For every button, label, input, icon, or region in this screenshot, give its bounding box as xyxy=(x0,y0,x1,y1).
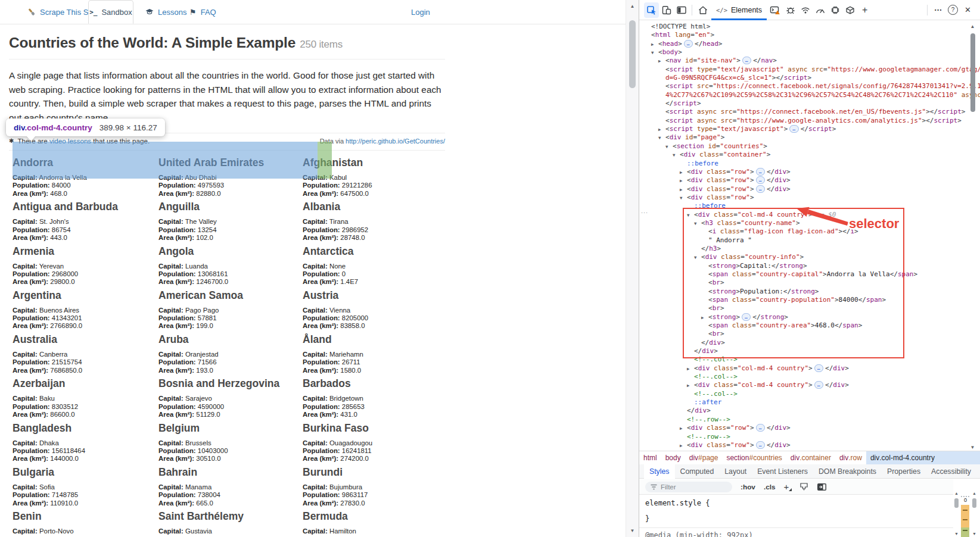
network-wifi-button[interactable] xyxy=(798,2,813,18)
dom-tree-node[interactable]: ▼<div class="col-md-4 country"> == $0 xyxy=(639,211,980,219)
dom-tree-node[interactable]: <!--.col--> xyxy=(639,355,980,364)
help-button[interactable]: ? xyxy=(945,2,960,18)
dom-tree-node[interactable]: ▼<h3 class="country-name"> xyxy=(639,219,980,227)
expand-arrow-icon[interactable]: ▶ xyxy=(680,186,683,194)
expand-arrow-icon[interactable]: ▶ xyxy=(680,168,683,177)
pane-tab-dom-breakpoints[interactable]: DOM Breakpoints xyxy=(813,464,882,479)
dom-tree-node[interactable]: </script> xyxy=(639,99,980,108)
dom-tree-node[interactable]: ▶<head>…</head> xyxy=(639,40,980,48)
inline-expand-ellipsis[interactable]: … xyxy=(756,424,765,432)
inline-expand-ellipsis[interactable]: … xyxy=(814,381,823,389)
dom-tree-node[interactable]: </div> xyxy=(639,339,980,347)
more-options-button[interactable]: ⋯ xyxy=(931,2,945,18)
dom-tree-node[interactable]: ::before xyxy=(639,202,980,210)
collapse-arrow-icon[interactable]: ▼ xyxy=(680,194,683,202)
scroll-up-arrow-icon[interactable]: ▲ xyxy=(626,4,639,9)
pane-tab-computed[interactable]: Computed xyxy=(675,464,720,479)
scrollbar-thumb[interactable] xyxy=(972,498,976,508)
dom-tree-scrollbar[interactable]: ▲ ▼ xyxy=(968,24,977,450)
collapse-arrow-icon[interactable]: ▼ xyxy=(658,134,661,142)
add-panel-button[interactable]: + xyxy=(857,2,872,18)
collapse-arrow-icon[interactable]: ▼ xyxy=(687,211,690,220)
memory-chip-button[interactable] xyxy=(827,2,842,18)
inline-expand-ellipsis[interactable]: … xyxy=(756,168,765,176)
application-storage-button[interactable] xyxy=(842,2,857,18)
breadcrumb-item[interactable]: section#countries xyxy=(722,451,786,464)
dom-tree-node[interactable]: </div> xyxy=(639,347,980,355)
dom-tree-node[interactable]: <strong>Population:</strong> xyxy=(639,288,980,296)
close-devtools-button[interactable]: ✕ xyxy=(960,2,975,18)
scroll-down-arrow-icon[interactable]: ▼ xyxy=(968,445,977,450)
expand-arrow-icon[interactable]: ▶ xyxy=(687,365,690,373)
breadcrumb-item-selected[interactable]: div.col-md-4.country xyxy=(866,451,980,464)
dom-tree-node[interactable]: ▼<div id="page"> xyxy=(639,133,980,142)
expand-arrow-icon[interactable]: ▶ xyxy=(680,442,683,450)
scroll-down-arrow-icon[interactable]: ▼ xyxy=(953,532,960,536)
scroll-up-arrow-icon[interactable]: ▲ xyxy=(970,491,978,495)
dom-tree-node[interactable]: <script async src="https://connect.faceb… xyxy=(639,108,980,116)
pane-tab-styles[interactable]: Styles xyxy=(644,464,675,479)
issues-bug-button[interactable] xyxy=(783,2,798,18)
inline-expand-ellipsis[interactable]: … xyxy=(742,57,751,64)
dom-tree-node[interactable]: <br> xyxy=(639,279,980,287)
dom-tree-node[interactable]: ::before xyxy=(639,160,980,168)
dom-tree-node[interactable]: 4%2C77%2C67%2C109%2C59%2C58%2C31%2C96%2C… xyxy=(639,91,980,99)
dom-tree-node[interactable]: <!--.row--> xyxy=(639,416,980,424)
expand-arrow-icon[interactable]: ▶ xyxy=(658,57,661,65)
dom-tree-node[interactable]: <script src="https://connect.facebook.ne… xyxy=(639,82,980,90)
pane-tab-accessibility[interactable]: Accessibility xyxy=(926,464,976,479)
nav-faq-link[interactable]: ⚑ FAQ xyxy=(189,0,216,24)
dom-tree-node[interactable]: ▶<div class="row">…</div> xyxy=(639,441,980,449)
inline-expand-ellipsis[interactable]: … xyxy=(756,441,765,449)
page-scrollbar[interactable]: ▲ ▼ xyxy=(626,0,639,537)
dom-tree-node[interactable]: ▼<section id="countries"> xyxy=(639,142,980,151)
dom-tree-node[interactable]: " Andorra " xyxy=(639,236,980,245)
dom-tree-node[interactable]: ▶<div class="col-md-4 country">…</div> xyxy=(639,381,980,389)
scroll-up-arrow-icon[interactable]: ▲ xyxy=(953,491,960,495)
tab-elements[interactable]: </> Elements xyxy=(710,0,768,20)
expand-arrow-icon[interactable]: ▶ xyxy=(701,314,704,322)
breadcrumb-item[interactable]: div.row xyxy=(835,451,866,464)
nav-lessons-link[interactable]: Lessons xyxy=(145,0,186,24)
dom-tree-node[interactable]: <br> xyxy=(639,304,980,313)
dom-tree-node[interactable]: <span class="country-population">84000</… xyxy=(639,296,980,304)
element-style-rule[interactable]: element.style { xyxy=(645,499,710,507)
dom-tree-node[interactable]: ▼<body> xyxy=(639,48,980,57)
new-style-rule-button[interactable]: + xyxy=(784,482,792,491)
dom-tree-node[interactable]: ▶<nav id="site-nav">…</nav> xyxy=(639,57,980,65)
dom-tree-node[interactable]: <!DOCTYPE html> xyxy=(639,23,980,31)
styles-editor[interactable]: element.style { } @media (min-width: 992… xyxy=(639,495,953,537)
dom-tree-node[interactable]: ▼<div class="country-info"> xyxy=(639,253,980,261)
scroll-down-arrow-icon[interactable]: ▼ xyxy=(970,532,978,536)
dom-tree-node[interactable]: <!--.col--> xyxy=(639,390,980,398)
dom-tree-node[interactable]: ▶<script type="text/javascript">…</scrip… xyxy=(639,125,980,133)
expand-arrow-icon[interactable]: ▶ xyxy=(680,424,683,433)
dom-tree-node[interactable]: ▶<div class="row">…</div> xyxy=(639,185,980,193)
dom-scrollbar-thumb[interactable] xyxy=(970,33,975,112)
collapse-arrow-icon[interactable]: ▼ xyxy=(665,143,668,151)
inline-expand-ellipsis[interactable]: … xyxy=(684,40,693,48)
dom-tree-node[interactable]: ▼<div class="container"> xyxy=(639,151,980,159)
inline-expand-ellipsis[interactable]: … xyxy=(756,185,765,193)
scroll-up-arrow-icon[interactable]: ▲ xyxy=(968,24,977,29)
scrollbar-thumb[interactable] xyxy=(954,498,959,508)
toggle-classes-button[interactable]: .cls xyxy=(764,483,776,491)
expand-arrow-icon[interactable]: ▶ xyxy=(658,126,661,134)
pane-tab-layout[interactable]: Layout xyxy=(719,464,752,479)
dom-tree-node[interactable]: <span class="country-capital">Andorra la… xyxy=(639,270,980,279)
dom-tree-node[interactable]: <script async src="https://www.google-an… xyxy=(639,117,980,125)
dom-tree-node[interactable]: ▶<div class="row">…</div> xyxy=(639,424,980,432)
expand-arrow-icon[interactable]: ▶ xyxy=(651,40,654,49)
device-emulation-button[interactable] xyxy=(659,2,674,18)
dom-tree-node[interactable]: d=G-09N5RQCFG4&cx=c&_slc=1"></script> xyxy=(639,74,980,82)
collapse-arrow-icon[interactable]: ▼ xyxy=(694,220,697,228)
show-computed-sidebar-button[interactable] xyxy=(817,483,827,491)
dom-tree-node[interactable]: </div> xyxy=(639,407,980,415)
dom-tree-node[interactable]: <html lang="en"> xyxy=(639,31,980,39)
dom-tree-node[interactable]: ▼<div class="row"> xyxy=(639,193,980,202)
scroll-down-arrow-icon[interactable]: ▼ xyxy=(626,528,639,533)
styles-filter-input[interactable]: Filter xyxy=(645,482,732,492)
dom-tree-node[interactable]: ▶<div class="col-md-4 country">…</div> xyxy=(639,364,980,373)
dom-tree-node[interactable]: ▶<div class="row">…</div> xyxy=(639,168,980,176)
inline-expand-ellipsis[interactable]: … xyxy=(789,125,798,133)
